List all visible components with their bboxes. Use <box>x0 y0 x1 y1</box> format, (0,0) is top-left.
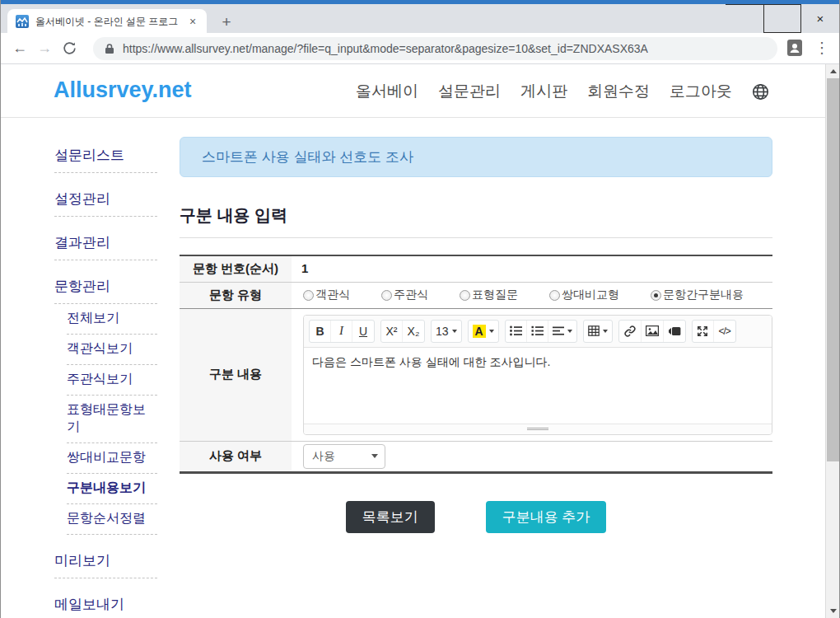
sidebar-item-send-mail[interactable]: 메일보내기 <box>54 592 157 618</box>
link-button[interactable] <box>619 321 642 342</box>
sidebar-item-settings[interactable]: 설정관리 <box>54 187 157 217</box>
back-icon[interactable]: ← <box>7 40 32 57</box>
nav-logout[interactable]: 로그아웃 <box>670 81 732 102</box>
sidebar-item-table-type[interactable]: 표형태문항보기 <box>67 399 157 443</box>
refresh-icon[interactable] <box>57 41 82 55</box>
action-buttons: 목록보기 구분내용 추가 <box>180 501 772 533</box>
codeview-button[interactable]: </> <box>714 321 735 342</box>
window-controls: × <box>726 4 839 33</box>
nav-board[interactable]: 게시판 <box>520 81 567 102</box>
browser-tab[interactable]: 올서베이넷 - 온라인 설문 프로그 × <box>7 9 207 34</box>
site-logo[interactable]: Allusrvey.net <box>54 77 192 103</box>
main-content: 스마트폰 사용 실태와 선호도 조사 구분 내용 입력 문항 번호(순서) 1 … <box>180 137 772 533</box>
bold-button[interactable]: B <box>310 321 331 342</box>
font-color-dropdown[interactable]: A <box>469 321 498 342</box>
row-question-type: 문항 유형 객관식 주관식 <box>180 282 772 308</box>
radio-separator-content[interactable]: 문항간구분내용 <box>651 288 744 302</box>
vertical-scrollbar[interactable] <box>825 64 839 618</box>
sidebar-item-results[interactable]: 결과관리 <box>54 231 157 260</box>
radio-icon <box>549 290 560 301</box>
caret-down-icon <box>489 330 494 333</box>
nav-member-edit[interactable]: 회원수정 <box>587 81 650 102</box>
sidebar-item-open-ended[interactable]: 주관식보기 <box>67 368 157 396</box>
web-page: Allusrvey.net 올서베이 설문관리 게시판 회원수정 로그아웃 <box>1 64 827 618</box>
tab-close-icon[interactable]: × <box>185 14 200 29</box>
profile-icon[interactable] <box>786 39 803 57</box>
video-button[interactable] <box>664 321 685 342</box>
paragraph-align-dropdown[interactable] <box>548 321 576 342</box>
radio-pairwise[interactable]: 쌍대비교형 <box>549 288 619 302</box>
browser-titlebar: 올서베이넷 - 온라인 설문 프로그 × + × <box>1 4 839 33</box>
usage-select[interactable]: 사용 <box>303 444 385 469</box>
site-header: Allusrvey.net 올서베이 설문관리 게시판 회원수정 로그아웃 <box>1 64 827 118</box>
radio-table-question[interactable]: 표형질문 <box>460 288 518 302</box>
sidebar: 설문리스트 설정관리 결과관리 문항관리 전체보기 객관식보기 주관식보기 표형… <box>54 137 157 618</box>
superscript-button[interactable]: X² <box>381 321 403 342</box>
editor-content[interactable]: 다음은 스마트폰 사용 실태에 대한 조사입니다. <box>304 348 772 424</box>
url-text: https://www.allsurvey.net/manage/?file=q… <box>123 42 648 55</box>
sidebar-item-separator-view[interactable]: 구분내용보기 <box>67 477 157 504</box>
editor-resize-handle[interactable] <box>304 424 772 434</box>
globe-icon[interactable] <box>752 83 769 101</box>
italic-button[interactable]: I <box>331 321 352 342</box>
title-divider <box>180 237 772 238</box>
close-icon[interactable]: × <box>801 4 839 33</box>
resize-grip-icon <box>527 426 548 432</box>
row-separator-content: 구분 내용 B I U X² X₂ <box>180 308 772 441</box>
radio-open-ended[interactable]: 주관식 <box>381 288 428 302</box>
question-number-value: 1 <box>301 261 308 275</box>
sidebar-item-question-manage[interactable]: 문항관리 <box>54 274 157 304</box>
caret-down-icon <box>567 330 572 333</box>
add-separator-button[interactable]: 구분내용 추가 <box>486 501 607 533</box>
radio-icon <box>303 290 314 301</box>
sidebar-item-preview[interactable]: 미리보기 <box>54 549 157 578</box>
browser-window: 올서베이넷 - 온라인 설문 프로그 × + × ← → https://www… <box>0 0 840 618</box>
scroll-up-icon[interactable] <box>826 64 840 78</box>
sidebar-item-survey-list[interactable]: 설문리스트 <box>54 143 157 173</box>
row-usage: 사용 여부 사용 <box>180 441 772 472</box>
scrollbar-thumb[interactable] <box>827 78 839 461</box>
question-type-label: 문항 유형 <box>180 282 292 308</box>
subscript-button[interactable]: X₂ <box>403 321 424 342</box>
question-number-label: 문항 번호(순서) <box>180 255 292 282</box>
unordered-list-button[interactable] <box>506 321 527 342</box>
nav-survey-manage[interactable]: 설문관리 <box>438 81 501 102</box>
radio-icon <box>381 290 392 301</box>
content-label: 구분 내용 <box>180 308 292 441</box>
sidebar-item-view-all[interactable]: 전체보기 <box>67 307 157 335</box>
nav-allsurvey[interactable]: 올서베이 <box>356 81 418 102</box>
sidebar-item-multiple-choice[interactable]: 객관식보기 <box>67 338 157 365</box>
lock-icon <box>105 43 114 54</box>
maximize-icon[interactable] <box>763 4 801 33</box>
forward-icon[interactable]: → <box>32 40 57 57</box>
underline-button[interactable]: U <box>352 321 374 342</box>
radio-multiple-choice[interactable]: 객관식 <box>303 288 350 302</box>
row-question-number: 문항 번호(순서) 1 <box>180 255 772 282</box>
image-button[interactable] <box>642 321 664 342</box>
menu-kebab-icon[interactable]: ⋮ <box>814 36 829 59</box>
favicon <box>16 15 29 28</box>
highlight-color-icon: A <box>473 325 486 338</box>
question-form: 문항 번호(순서) 1 문항 유형 객관식 주관식 <box>180 255 772 474</box>
url-bar[interactable]: https://www.allsurvey.net/manage/?file=q… <box>93 37 777 60</box>
font-size-dropdown[interactable]: 13 <box>432 321 461 342</box>
ordered-list-button[interactable] <box>527 321 548 342</box>
new-tab-button[interactable]: + <box>217 12 236 32</box>
list-view-button[interactable]: 목록보기 <box>346 501 435 533</box>
caret-down-icon <box>452 330 457 333</box>
rich-text-editor: B I U X² X₂ 13 <box>303 315 772 435</box>
radio-icon <box>651 290 661 301</box>
select-arrow-icon <box>371 454 378 458</box>
minimize-icon[interactable] <box>726 4 763 33</box>
browser-toolbar: ← → https://www.allsurvey.net/manage/?fi… <box>1 33 839 64</box>
tab-title: 올서베이넷 - 온라인 설문 프로그 <box>35 15 185 29</box>
sidebar-item-pairwise[interactable]: 쌍대비교문항 <box>67 447 157 474</box>
scroll-down-icon[interactable] <box>826 604 840 618</box>
page-title: 구분 내용 입력 <box>180 204 772 227</box>
sidebar-item-question-order[interactable]: 문항순서정렬 <box>67 508 157 535</box>
table-dropdown[interactable] <box>584 321 612 342</box>
caret-down-icon <box>603 330 608 333</box>
question-type-radios: 객관식 주관식 표형질문 <box>301 288 772 302</box>
radio-icon <box>460 290 470 301</box>
fullscreen-button[interactable] <box>693 321 714 342</box>
